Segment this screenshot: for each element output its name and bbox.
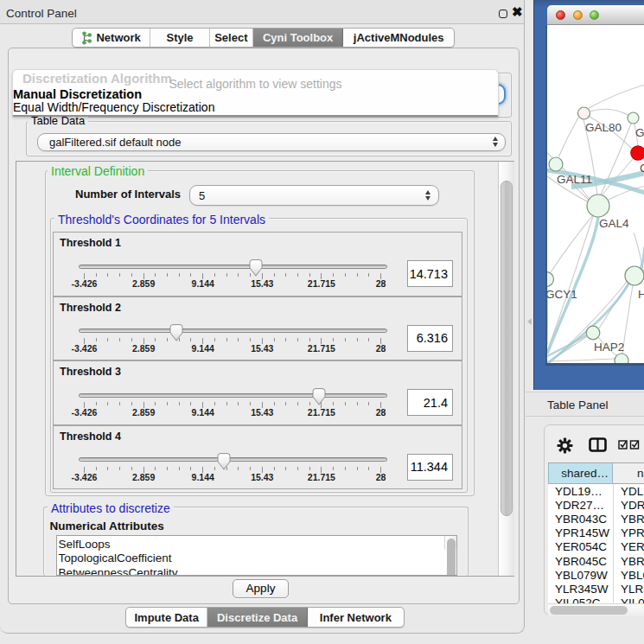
svg-text:GCY1: GCY1	[547, 288, 577, 301]
svg-text:C: C	[640, 162, 644, 175]
svg-text:G.: G.	[635, 126, 644, 139]
svg-text:H: H	[638, 288, 644, 301]
svg-text:GAL80: GAL80	[585, 121, 622, 134]
svg-text:GAL11: GAL11	[557, 173, 592, 186]
svg-text:GAL4: GAL4	[599, 217, 629, 230]
svg-text:HAP2: HAP2	[594, 341, 624, 354]
